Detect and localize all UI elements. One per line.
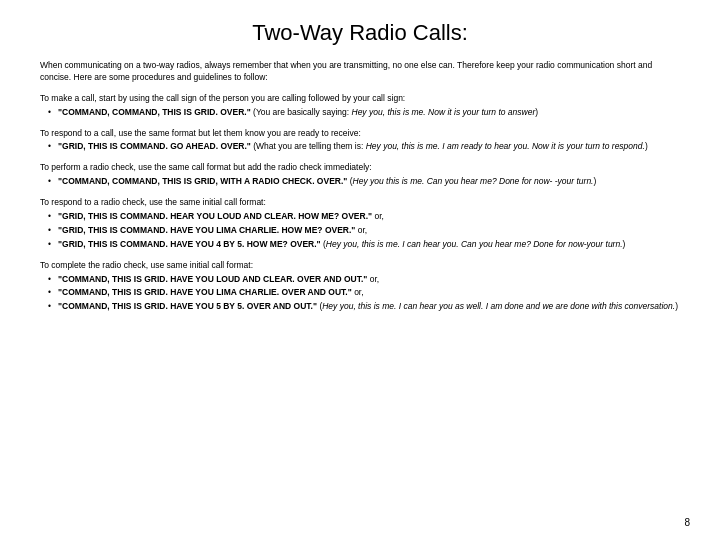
complete-radio-check-section: To complete the radio check, use same in… [40, 260, 680, 314]
radio-check-list: "COMMAND, COMMAND, THIS IS GRID, WITH A … [40, 176, 680, 188]
respond-call-list: "GRID, THIS IS COMMAND. GO AHEAD. OVER."… [40, 141, 680, 153]
list-item: "COMMAND, COMMAND, THIS IS GRID. OVER." … [48, 107, 680, 119]
radio-check-text: To perform a radio check, use the same c… [40, 162, 680, 174]
complete-radio-check-list: "COMMAND, THIS IS GRID. HAVE YOU LOUD AN… [40, 274, 680, 314]
list-item: "GRID, THIS IS COMMAND. HEAR YOU LOUD AN… [48, 211, 680, 223]
respond-call-text: To respond to a call, use the same forma… [40, 128, 680, 140]
list-item: "COMMAND, THIS IS GRID. HAVE YOU LIMA CH… [48, 287, 680, 299]
respond-radio-check-text: To respond to a radio check, use the sam… [40, 197, 680, 209]
radio-check-section: To perform a radio check, use the same c… [40, 162, 680, 188]
list-item: "COMMAND, THIS IS GRID. HAVE YOU 5 BY 5.… [48, 301, 680, 313]
make-call-list: "COMMAND, COMMAND, THIS IS GRID. OVER." … [40, 107, 680, 119]
page: Two-Way Radio Calls: When communicating … [0, 0, 720, 540]
respond-radio-check-section: To respond to a radio check, use the sam… [40, 197, 680, 251]
complete-radio-check-text: To complete the radio check, use same in… [40, 260, 680, 272]
page-title: Two-Way Radio Calls: [40, 20, 680, 46]
list-item: "GRID, THIS IS COMMAND. HAVE YOU 4 BY 5.… [48, 239, 680, 251]
list-item: "COMMAND, THIS IS GRID. HAVE YOU LOUD AN… [48, 274, 680, 286]
make-call-text: To make a call, start by using the call … [40, 93, 680, 105]
make-call-section: To make a call, start by using the call … [40, 93, 680, 119]
list-item: "GRID, THIS IS COMMAND. HAVE YOU LIMA CH… [48, 225, 680, 237]
respond-radio-check-list: "GRID, THIS IS COMMAND. HEAR YOU LOUD AN… [40, 211, 680, 251]
intro-section: When communicating on a two-way radios, … [40, 60, 680, 84]
respond-call-section: To respond to a call, use the same forma… [40, 128, 680, 154]
list-item: "COMMAND, COMMAND, THIS IS GRID, WITH A … [48, 176, 680, 188]
list-item: "GRID, THIS IS COMMAND. GO AHEAD. OVER."… [48, 141, 680, 153]
page-number: 8 [684, 517, 690, 528]
intro-text: When communicating on a two-way radios, … [40, 60, 680, 84]
